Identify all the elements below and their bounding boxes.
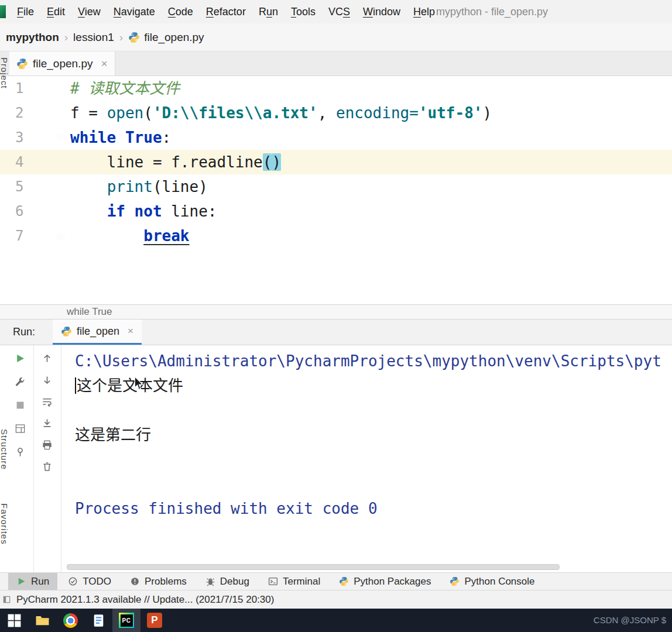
code-token: open: [107, 104, 144, 122]
taskbar-start[interactable]: [0, 609, 28, 632]
code-text: print(line): [70, 174, 208, 199]
pin-tab-button[interactable]: [13, 445, 27, 459]
context-bar: while True: [0, 304, 672, 320]
code-token: [70, 178, 107, 195]
toolwindow-run[interactable]: Run: [8, 573, 57, 590]
toolwindow-problems[interactable]: Problems: [122, 573, 195, 590]
run-tab-file-open[interactable]: file_open ×: [53, 320, 142, 345]
console-text: 这是第二行: [75, 426, 151, 444]
settings-button[interactable]: [13, 375, 27, 389]
console-line: [75, 398, 672, 423]
code-line[interactable]: 4 line = f.readline(): [0, 150, 672, 174]
code-line[interactable]: 3while True:: [0, 125, 672, 150]
console-line: Process finished with exit code 0: [75, 496, 672, 521]
explorer-icon: [35, 613, 50, 628]
tool-window-rail: ProjectStructureFavorites: [0, 51, 8, 590]
taskbar-powerpoint[interactable]: P: [140, 609, 169, 632]
stop-icon: [15, 400, 26, 411]
toolwindow-debug[interactable]: Debug: [197, 573, 258, 590]
code-line[interactable]: 7 break: [0, 224, 672, 248]
editor-tab-file-open[interactable]: file_open.py ×: [9, 51, 115, 75]
rail-structure[interactable]: Structure: [0, 429, 9, 470]
menu-item-navigate[interactable]: Navigate: [107, 0, 162, 23]
rail-favorites[interactable]: Favorites: [0, 503, 9, 545]
line-number[interactable]: 2: [8, 101, 43, 125]
code-token: not: [135, 202, 162, 220]
code-text: if not line:: [70, 199, 217, 224]
run-tab-label: file_open: [77, 325, 119, 338]
console-text: C:\Users\Administrator\PycharmProjects\m…: [75, 352, 661, 370]
taskbar-pycharm[interactable]: PC: [112, 609, 140, 632]
python-icon: [128, 32, 140, 43]
taskbar-explorer[interactable]: [28, 609, 56, 632]
play-icon: [15, 353, 26, 364]
fold-handle-icon[interactable]: [56, 133, 65, 142]
menu-item-vcs[interactable]: VCS: [322, 0, 356, 23]
taskbar-docs[interactable]: [84, 609, 112, 632]
clear-all-button[interactable]: [40, 459, 54, 473]
code-token: (: [263, 153, 272, 171]
console-line: C:\Users\Administrator\PycharmProjects\m…: [75, 349, 672, 373]
line-number[interactable]: 5: [8, 174, 43, 199]
horizontal-scrollbar[interactable]: [67, 564, 560, 570]
console-text: 这个是文本文件: [77, 377, 183, 394]
menu-item-window[interactable]: Window: [356, 0, 407, 23]
editor-tab-bar: file_open.py ×: [0, 51, 672, 76]
menu-item-file[interactable]: File: [11, 0, 40, 23]
next-occurrence-button[interactable]: [40, 373, 54, 387]
console-output: C:\Users\Administrator\PycharmProjects\m…: [75, 349, 672, 521]
toolwindow-label: Problems: [145, 576, 187, 588]
mouse-cursor: [133, 376, 144, 391]
breadcrumb-item-file_open-py[interactable]: file_open.py: [125, 31, 207, 44]
code-line[interactable]: 1# 读取文本文件: [0, 76, 672, 101]
prev-occurrence-button[interactable]: [40, 351, 54, 365]
line-number[interactable]: 1: [8, 76, 43, 101]
console-line: 这是第二行: [75, 423, 672, 447]
print-button[interactable]: [40, 438, 54, 452]
watermark-text: CSDN @JSONP $: [594, 609, 666, 632]
code-line[interactable]: 5 print(line): [0, 174, 672, 199]
arrow-down-icon: [42, 375, 53, 386]
window-title: mypython - file_open.py: [436, 0, 548, 23]
code-line[interactable]: 2f = open('D:\\files\\a.txt', encoding='…: [0, 101, 672, 125]
rail-project[interactable]: Project: [0, 57, 9, 89]
toolwindow-todo[interactable]: TODO: [60, 573, 119, 590]
menu-item-refactor[interactable]: Refactor: [200, 0, 252, 23]
menu-item-edit[interactable]: Edit: [40, 0, 71, 23]
rerun-button[interactable]: [13, 351, 27, 365]
line-number[interactable]: 3: [8, 125, 43, 150]
run-console[interactable]: C:\Users\Administrator\PycharmProjects\m…: [64, 345, 672, 564]
code-token: ): [482, 104, 492, 122]
code-line[interactable]: 6 if not line:: [0, 199, 672, 224]
scroll-to-end-button[interactable]: [40, 416, 54, 430]
todo-icon: [68, 576, 78, 586]
toolwindow-python-console[interactable]: Python Console: [441, 573, 543, 590]
status-message[interactable]: PyCharm 2021.1.3 available // Update... …: [16, 594, 274, 606]
python-icon: [339, 576, 349, 586]
soft-wrap-button[interactable]: [40, 394, 54, 408]
stop-button[interactable]: [13, 398, 27, 412]
menu-items: FileEditViewNavigateCodeRefactorRunTools…: [11, 0, 441, 23]
breadcrumb-item-mypython[interactable]: mypython: [2, 31, 63, 44]
code-token: ,: [318, 104, 336, 122]
code-token: line:: [162, 202, 217, 220]
line-number[interactable]: 7: [8, 224, 43, 248]
toolwindow-toggle-icon[interactable]: [2, 595, 11, 604]
line-number[interactable]: 6: [8, 199, 43, 224]
toolwindow-python-packages[interactable]: Python Packages: [331, 573, 439, 590]
code-editor[interactable]: 1# 读取文本文件2f = open('D:\\files\\a.txt', e…: [0, 76, 672, 304]
menu-item-view[interactable]: View: [71, 0, 107, 23]
line-number[interactable]: 4: [8, 150, 43, 174]
close-icon[interactable]: ×: [101, 57, 107, 70]
close-icon[interactable]: ×: [128, 325, 133, 337]
restore-layout-button[interactable]: [13, 421, 27, 435]
code-token: True: [125, 129, 162, 146]
pin-icon: [15, 446, 26, 458]
toolwindow-terminal[interactable]: Terminal: [260, 573, 328, 590]
menu-item-code[interactable]: Code: [162, 0, 200, 23]
menu-item-tools[interactable]: Tools: [284, 0, 322, 23]
fold-handle-icon[interactable]: [56, 232, 65, 240]
taskbar-chrome[interactable]: [56, 609, 84, 632]
breadcrumb-item-lession1[interactable]: lession1: [70, 31, 118, 44]
menu-item-run[interactable]: Run: [252, 0, 284, 23]
